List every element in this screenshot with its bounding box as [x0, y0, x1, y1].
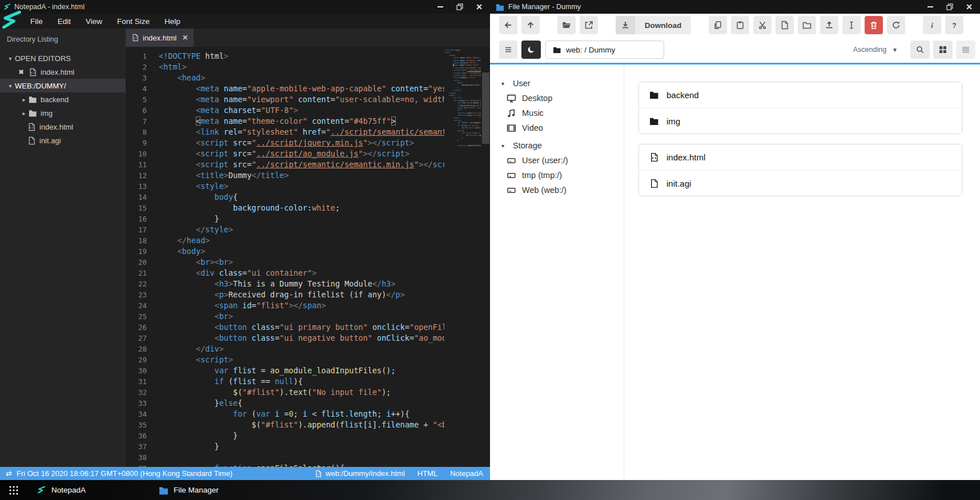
menu-help[interactable]: Help	[157, 14, 188, 29]
code-line[interactable]: 29 <script>	[126, 354, 444, 365]
menu-file[interactable]: File	[23, 14, 50, 29]
app-launcher-grid-icon[interactable]	[7, 483, 21, 497]
close-editor-icon[interactable]: ✖	[17, 68, 25, 76]
cut-button[interactable]	[753, 16, 772, 34]
code-line[interactable]: 36 }	[126, 430, 444, 441]
search-icon[interactable]	[910, 41, 930, 59]
upload-button[interactable]	[820, 16, 838, 34]
fm-sidebar-item-music[interactable]: Music	[490, 106, 624, 120]
status-language[interactable]: HTML	[417, 469, 437, 478]
code-line[interactable]: 32 $("#flist").text("No input file");	[126, 387, 444, 398]
sort-dropdown[interactable]: Ascending ▼	[853, 46, 898, 54]
code-line[interactable]: 27 <button class="ui negative button" on…	[126, 333, 444, 344]
code-line[interactable]: 10 <script src="../script/ao_module.js">…	[126, 148, 444, 159]
code-line[interactable]: 18 </head>	[126, 235, 444, 246]
taskbar-app-notepada[interactable]: NotepadA	[37, 480, 86, 500]
code-line[interactable]: 1<!DOCTYPE html>	[126, 51, 444, 62]
scrollbar-thumb[interactable]	[482, 72, 489, 144]
path-input[interactable]: web: / Dummy	[545, 41, 664, 59]
code-line[interactable]: 22 <h3>This is a Dummy Testing Module</h…	[126, 279, 444, 289]
code-line[interactable]: 14 body{	[126, 192, 444, 203]
fm-sidebar-item-desktop[interactable]: Desktop	[490, 91, 624, 106]
list-view-icon[interactable]	[956, 41, 975, 59]
fm-section-storage[interactable]: ▾Storage	[490, 138, 624, 153]
tree-folder-img[interactable]: ▸img	[0, 106, 126, 120]
code-line[interactable]: 21 <div class="ui container">	[126, 268, 444, 279]
minimize-icon[interactable]	[925, 2, 935, 12]
tree-folder-backend[interactable]: ▸backend	[0, 92, 126, 106]
close-icon[interactable]: ✕	[964, 2, 974, 12]
sidebar-section-workspace[interactable]: ▾WEB:/DUMMY/	[0, 79, 126, 92]
open-new-button[interactable]	[580, 16, 598, 34]
code-line[interactable]: 15 background-color:white;	[126, 203, 444, 213]
fm-sidebar-item-user-user-[interactable]: User (user:/)	[490, 153, 624, 168]
code-line[interactable]: 4 <meta name="apple-mobile-web-app-capab…	[126, 83, 444, 94]
code-line[interactable]: 38	[126, 452, 444, 463]
help-button[interactable]: ?	[945, 16, 963, 34]
fm-sidebar-item-web-web-[interactable]: Web (web:/)	[490, 183, 624, 197]
tab-index-html[interactable]: index.html ✕	[126, 29, 194, 47]
delete-button[interactable]	[865, 16, 883, 34]
tree-file-index-html[interactable]: index.html	[0, 120, 126, 134]
file-row-backend[interactable]: backend	[639, 82, 962, 108]
fm-sidebar-item-video[interactable]: Video	[490, 120, 624, 135]
code-line[interactable]: function openFileSelector(){	[444, 144, 481, 147]
code-line[interactable]: 17 </style>	[126, 224, 444, 235]
code-line[interactable]: 7 <meta name="theme-color" content="#4b7…	[126, 116, 444, 127]
editor-scrollbar[interactable]	[481, 47, 490, 467]
rename-button[interactable]	[842, 16, 861, 34]
dark-mode-moon-icon[interactable]	[521, 41, 541, 59]
back-button[interactable]	[499, 16, 517, 34]
minimize-icon[interactable]	[435, 2, 445, 12]
hamburger-menu-icon[interactable]	[499, 41, 517, 59]
restore-icon[interactable]	[455, 2, 465, 12]
code-line[interactable]: 11 <script src="../script/semantic/seman…	[126, 159, 444, 170]
refresh-button[interactable]	[887, 16, 905, 34]
tree-file-init-agi[interactable]: init.agi	[0, 134, 126, 147]
code-line[interactable]: 12 <title>Dummy</title>	[126, 170, 444, 181]
tab-close-icon[interactable]: ✕	[182, 34, 188, 42]
grid-view-icon[interactable]	[933, 41, 953, 59]
code-line[interactable]: 5 <meta name="viewport" content="user-sc…	[126, 94, 444, 105]
copy-button[interactable]	[709, 16, 727, 34]
fm-sidebar-item-tmp-tmp-[interactable]: tmp (tmp:/)	[490, 168, 624, 183]
code-line[interactable]: 2<html>	[126, 62, 444, 72]
restore-icon[interactable]	[945, 2, 955, 12]
code-line[interactable]: 23 <p>Received drag-in filelist (if any)…	[126, 289, 444, 300]
code-line[interactable]: 39 function openFileSelector(){	[126, 463, 444, 467]
code-line[interactable]: 30 var flist = ao_module_loadInputFiles(…	[126, 365, 444, 376]
code-line[interactable]: 19 <body>	[126, 246, 444, 257]
menu-view[interactable]: View	[78, 14, 110, 29]
file-row-img[interactable]: img	[639, 108, 962, 134]
taskbar-app-file-manager[interactable]: File Manager	[159, 480, 219, 500]
close-icon[interactable]: ✕	[474, 2, 484, 12]
code-line[interactable]: 26 <button class="ui primary button" onc…	[126, 322, 444, 333]
paste-button[interactable]	[731, 16, 749, 34]
code-line[interactable]: 25 <br>	[126, 311, 444, 322]
code-editor[interactable]: 1<!DOCTYPE html>2<html>3 <head>4 <meta n…	[126, 47, 490, 467]
code-line[interactable]: 8 <link rel="stylesheet" href="../script…	[126, 127, 444, 138]
code-line[interactable]: 3 <head>	[126, 72, 444, 83]
code-line[interactable]: 33 }else{	[126, 398, 444, 409]
open-editor-item-index-html[interactable]: ✖index.html	[0, 65, 126, 79]
fm-section-user[interactable]: ▾User	[490, 76, 624, 91]
up-button[interactable]	[521, 16, 540, 34]
code-line[interactable]: 13 <style>	[126, 181, 444, 192]
code-line[interactable]: 28 </div>	[126, 344, 444, 354]
file-row-init-agi[interactable]: init.agi	[639, 170, 962, 196]
open-button[interactable]	[557, 16, 576, 34]
download-button[interactable]: Download	[616, 16, 691, 34]
new-file-button[interactable]	[776, 16, 794, 34]
code-line[interactable]: 6 <meta charset="UTF-8">	[126, 105, 444, 116]
code-line[interactable]: 16 }	[126, 213, 444, 224]
file-row-index-html[interactable]: index.html	[639, 144, 962, 170]
code-line[interactable]: 20 <br><br>	[126, 257, 444, 268]
editor-minimap[interactable]: <!DOCTYPE html><html> <head> <meta name=…	[444, 49, 481, 460]
code-line[interactable]: 9 <script src="../script/jquery.min.js">…	[126, 138, 444, 148]
code-line[interactable]: 24 <span id="flist"></span>	[126, 300, 444, 311]
code-line[interactable]: 37 }	[126, 441, 444, 452]
code-line[interactable]: 35 $("#flist").append(flist[i].filename …	[126, 420, 444, 430]
sidebar-section-open-editors[interactable]: ▾OPEN EDITORS	[0, 51, 126, 65]
status-file-path[interactable]: web:/Dummy/index.html	[326, 469, 405, 478]
menu-font-size[interactable]: Font Size	[110, 14, 157, 29]
